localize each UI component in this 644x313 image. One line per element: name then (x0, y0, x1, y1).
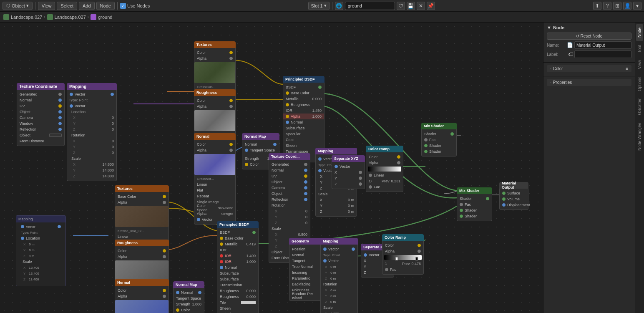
side-tab-nodewrangler[interactable]: Node Wrangler (636, 119, 643, 154)
checkbox-icon: ✓ (120, 3, 126, 9)
name-field-group: 📄 (567, 41, 631, 49)
bc-arrow-1: › (44, 15, 45, 19)
node-material-output[interactable]: Material Output Surface Volume Displacem… (499, 182, 528, 210)
node-mapping-top[interactable]: Mapping Vector Type: Point Vector Locati… (67, 83, 117, 181)
bc-item-1[interactable]: Landscape.027 (3, 14, 42, 20)
collapse-arrow: ▼ (547, 25, 551, 30)
upload-icon[interactable]: ⬆ (593, 2, 601, 10)
bc-arrow-2: › (88, 15, 89, 19)
node-header: Normal (115, 279, 169, 286)
node-normal-texture[interactable]: Normal Color Alpha GrassNor... Linear Fl… (194, 133, 236, 225)
node-group-bottom-left: Mapping Vector Type: Point Location X0 m… (16, 215, 66, 286)
node-header: Mix Shader (457, 187, 492, 194)
name-row: Name: 📄 (547, 41, 631, 49)
node-menu[interactable]: Node (96, 2, 115, 10)
bc-label-1: Landscape.027 (11, 15, 42, 20)
landscape-icon-2 (47, 14, 53, 20)
node-header: Textures (115, 185, 169, 192)
node-name-input[interactable] (574, 41, 631, 49)
more-icon[interactable]: ▾ (633, 2, 641, 10)
node-body: Surface Volume Displacement (499, 189, 528, 210)
node-header: Mix Shader (421, 123, 457, 129)
landscape-icon-1 (3, 14, 9, 20)
node-header: Roughness (194, 89, 236, 96)
editor-type-dropdown[interactable]: ⬡ Object ▾ (3, 2, 33, 10)
node-header: Normal Map (173, 281, 204, 288)
side-tabs: Node Tool View Options GScatter Node Wra… (635, 23, 644, 313)
save-file-icon[interactable]: 💾 (407, 2, 415, 10)
object-icon: ⬡ (6, 3, 10, 8)
side-tab-options[interactable]: Options (636, 73, 643, 94)
node-body: BSDF Base Color Metallic0.419 IOR IOR1.4… (217, 228, 259, 313)
node-color-ramp-top[interactable]: Color Ramp Color Alpha Linear OPrev0.231… (366, 146, 403, 192)
node-body: Color Alpha Linear OPrev0.231 Fac (366, 152, 403, 192)
name-icon: 📄 (567, 42, 573, 48)
node-header: Normal Map (242, 133, 279, 140)
node-header: Principled BSDF (283, 76, 325, 83)
add-menu[interactable]: Add (79, 2, 95, 10)
node-body: Vector Type: Point Vector Location X0 Y0… (67, 90, 117, 181)
material-name-input[interactable] (345, 2, 395, 10)
node-body: Shader Fac Shader Shader (421, 129, 457, 156)
node-normal-map-bottom[interactable]: Normal Map Normal Tangent Space Strength… (173, 281, 204, 313)
node-body: Shader Fac Shader Shader (457, 194, 492, 221)
layout-icon[interactable]: ⊞ (613, 2, 621, 10)
node-body: Vector X Y Z (332, 162, 365, 189)
select-menu[interactable]: Select (57, 2, 77, 10)
label-icon: 🏷 (568, 51, 573, 57)
material-icon (91, 14, 96, 20)
node-header: Normal (194, 133, 236, 140)
node-mapping-bottom-right[interactable]: Mapping Vector Type: Point Vector X0 m Y… (320, 238, 358, 313)
node-color-ramp-bottom[interactable]: Color Ramp Color Alpha 1Prev0.476 Fac (382, 234, 424, 275)
node-editor-canvas[interactable]: Texture Coordinate Generated Normal UV O… (0, 23, 543, 313)
side-tab-node[interactable]: Node (636, 24, 643, 41)
node-body: Color Alpha browse_mat_02... Linear Flat… (115, 286, 169, 313)
label-field-group: 🏷 (568, 50, 631, 58)
node-header: Mapping (320, 238, 358, 245)
color-collapsible[interactable]: › Color ≡ (547, 65, 631, 72)
account-icon[interactable]: 👤 (623, 2, 631, 10)
side-tab-tool[interactable]: Tool (636, 42, 643, 56)
separator (35, 2, 35, 10)
pin-icon[interactable]: 📌 (427, 2, 435, 10)
node-mix-shader-top[interactable]: Mix Shader Shader Fac Shader Shader (421, 123, 457, 156)
node-mix-shader-mid[interactable]: Mix Shader Shader Fac Shader Shader (457, 187, 492, 221)
name-label: Name: (547, 43, 564, 48)
shield-icon[interactable]: 🛡 (397, 2, 405, 10)
node-header: Texture Coord... (269, 153, 310, 160)
properties-arrow: › (550, 81, 551, 84)
node-body: Color Alpha GrassNor... Linear Flat Repe… (194, 140, 236, 225)
bc-item-2[interactable]: Landscape.027 (47, 14, 86, 20)
properties-collapsible[interactable]: › Properties (547, 79, 631, 86)
bc-label-2: Landscape.027 (55, 15, 86, 20)
chevron-down-icon: ▾ (26, 3, 29, 8)
node-principled-bsdf-bottom[interactable]: Principled BSDF BSDF Base Color Metallic… (217, 221, 259, 313)
node-section-header[interactable]: ▼ Node (547, 25, 631, 30)
node-header: Principled BSDF (217, 221, 259, 228)
separator2 (117, 2, 118, 10)
color-arrow: › (550, 67, 551, 71)
color-section: › Color ≡ (543, 63, 635, 76)
node-label-input[interactable] (574, 50, 631, 58)
reset-icon: ↺ (576, 34, 579, 38)
reset-node-button[interactable]: ↺ Reset Node (547, 33, 631, 40)
node-texture-coord-top[interactable]: Texture Coordinate Generated Normal UV O… (17, 83, 65, 146)
help-icon[interactable]: ? (603, 2, 611, 10)
group-body: Vector Type: Point Location X0 m Y0 m Z0… (16, 222, 65, 283)
node-header: Mapping (315, 148, 357, 154)
chevron-icon: ▾ (324, 3, 327, 8)
node-normal-bottom[interactable]: Normal Color Alpha browse_mat_02... Line… (115, 279, 169, 313)
side-tab-view[interactable]: View (636, 57, 643, 73)
bc-item-3[interactable]: ground (91, 14, 112, 20)
node-header: Separate XYZ (332, 155, 365, 162)
node-header: Texture Coordinate (17, 83, 65, 90)
node-separate-xyz[interactable]: Separate XYZ Vector X Y Z (332, 155, 365, 189)
side-tab-gscatter[interactable]: GScatter (636, 95, 643, 118)
slot-selector[interactable]: Slot 1 ▾ (308, 2, 330, 10)
group-header: Mapping (16, 216, 65, 222)
view-menu[interactable]: View (38, 2, 55, 10)
use-nodes-toggle[interactable]: ✓ Use Nodes (120, 3, 150, 9)
world-icon[interactable]: 🌐 (335, 2, 343, 10)
close-icon[interactable]: ✕ (417, 2, 425, 10)
label-row: Label: 🏷 (547, 50, 631, 58)
